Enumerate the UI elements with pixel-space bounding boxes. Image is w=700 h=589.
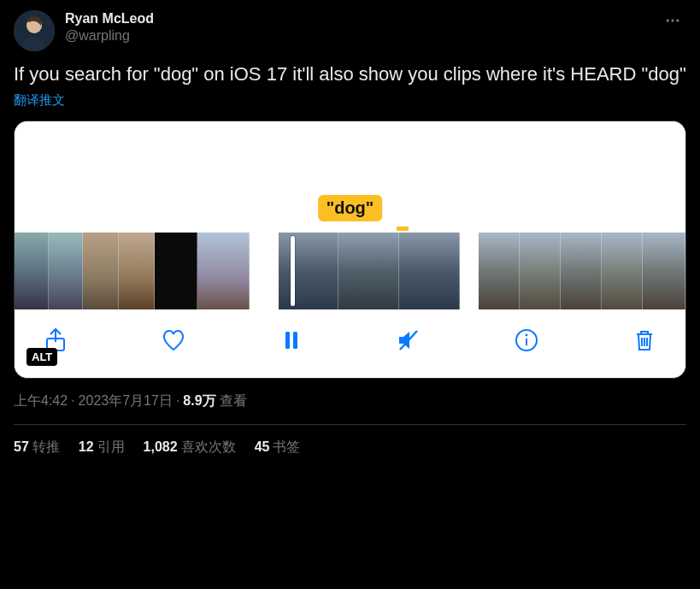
tweet-header: Ryan McLeod @warpling	[14, 10, 686, 51]
svg-point-10	[526, 333, 528, 336]
alt-badge[interactable]: ALT	[26, 348, 57, 366]
media-card[interactable]: "dog"	[14, 121, 686, 379]
info-icon[interactable]	[511, 325, 542, 356]
bookmarks-stat[interactable]: 45书签	[255, 439, 301, 456]
video-timeline[interactable]	[15, 233, 685, 309]
pause-icon[interactable]	[276, 325, 307, 356]
clip-gap	[250, 233, 279, 309]
trash-icon[interactable]	[629, 325, 660, 356]
tweet-text: If you search for "dog" on iOS 17 it'll …	[14, 62, 686, 87]
svg-point-4	[676, 19, 679, 21]
likes-stat[interactable]: 1,082喜欢次数	[144, 439, 236, 456]
mute-icon[interactable]	[393, 325, 424, 356]
svg-rect-7	[293, 332, 297, 349]
clip-group-1	[15, 233, 250, 309]
playhead[interactable]	[291, 236, 295, 306]
media-toolbar	[15, 309, 685, 378]
avatar[interactable]	[14, 10, 55, 51]
tweet-meta: 上午4:42·2023年7月17日·8.9万 查看	[14, 392, 686, 425]
search-term-label: "dog"	[318, 195, 383, 221]
views-count[interactable]: 8.9万	[183, 393, 215, 408]
user-handle[interactable]: @warpling	[65, 27, 649, 44]
svg-point-3	[671, 19, 674, 21]
more-icon[interactable]	[659, 10, 686, 34]
clip-gap	[460, 233, 479, 309]
translate-link[interactable]: 翻译推文	[14, 92, 65, 109]
clip-group-2	[279, 233, 460, 309]
media-whitespace: "dog"	[15, 121, 685, 233]
tweet-date[interactable]: 2023年7月17日	[79, 393, 173, 408]
svg-rect-6	[285, 332, 290, 349]
display-name[interactable]: Ryan McLeod	[65, 10, 649, 27]
clip-group-3	[479, 233, 685, 309]
retweets-stat[interactable]: 57转推	[14, 439, 60, 456]
tweet-stats: 57转推 12引用 1,082喜欢次数 45书签	[14, 425, 686, 456]
views-label: 查看	[220, 393, 247, 408]
user-block: Ryan McLeod @warpling	[65, 10, 649, 44]
playhead-marker	[397, 227, 409, 231]
tweet-time[interactable]: 上午4:42	[14, 393, 68, 408]
svg-point-2	[667, 19, 669, 21]
quotes-stat[interactable]: 12引用	[79, 439, 125, 456]
tweet-container: Ryan McLeod @warpling If you search for …	[0, 0, 700, 467]
heart-icon[interactable]	[158, 325, 189, 356]
